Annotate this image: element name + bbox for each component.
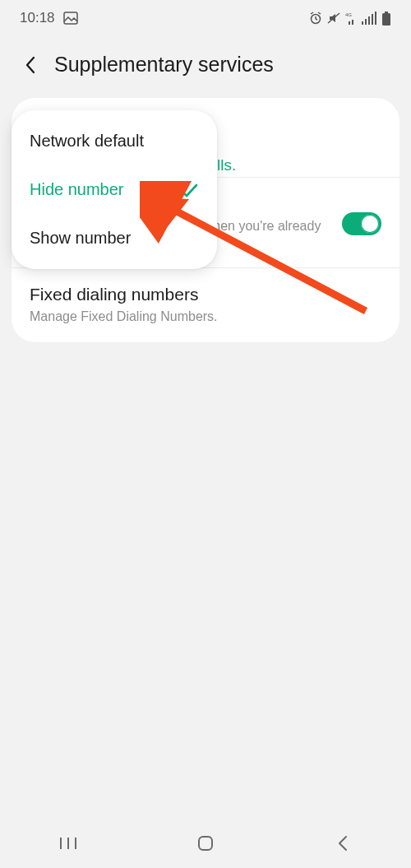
svg-rect-14 bbox=[382, 13, 390, 26]
check-icon bbox=[179, 182, 199, 198]
clock-text: 10:18 bbox=[20, 10, 55, 26]
recents-button[interactable] bbox=[52, 827, 85, 860]
popup-option-label: Show number bbox=[30, 229, 131, 248]
fixed-dialing-item[interactable]: Fixed dialing numbers Manage Fixed Diali… bbox=[12, 267, 399, 341]
network-icon: 4G bbox=[345, 12, 357, 25]
status-bar: 10:18 4G bbox=[0, 0, 411, 31]
svg-text:4G: 4G bbox=[345, 12, 352, 17]
popup-option-show-number[interactable]: Show number bbox=[12, 214, 217, 262]
page-header: Supplementary services bbox=[0, 31, 411, 91]
back-button[interactable] bbox=[21, 56, 39, 74]
alarm-icon bbox=[309, 12, 322, 25]
fixed-dialing-title: Fixed dialing numbers bbox=[30, 285, 381, 304]
caller-id-subtitle-fragment: lls. bbox=[217, 156, 236, 174]
call-waiting-toggle[interactable] bbox=[342, 212, 381, 235]
svg-rect-12 bbox=[375, 12, 376, 25]
svg-rect-13 bbox=[385, 12, 388, 13]
svg-rect-8 bbox=[362, 21, 363, 25]
vibrate-mute-icon bbox=[327, 12, 340, 25]
home-button[interactable] bbox=[189, 827, 222, 860]
svg-rect-11 bbox=[372, 14, 373, 25]
svg-line-5 bbox=[316, 19, 317, 20]
fixed-dialing-subtitle: Manage Fixed Dialing Numbers. bbox=[30, 308, 381, 326]
popup-option-label: Hide number bbox=[30, 180, 124, 199]
svg-rect-9 bbox=[365, 19, 367, 25]
popup-option-label: Network default bbox=[30, 132, 144, 151]
page-title: Supplementary services bbox=[54, 53, 274, 77]
svg-rect-20 bbox=[199, 837, 212, 850]
image-icon bbox=[63, 12, 78, 25]
svg-rect-10 bbox=[368, 16, 370, 25]
back-nav-button[interactable] bbox=[326, 827, 359, 860]
svg-line-2 bbox=[311, 12, 313, 14]
svg-rect-0 bbox=[64, 12, 77, 24]
caller-id-popup: Network default Hide number Show number bbox=[12, 110, 217, 269]
popup-option-hide-number[interactable]: Hide number bbox=[12, 165, 217, 214]
popup-option-network-default[interactable]: Network default bbox=[12, 117, 217, 165]
battery-icon bbox=[381, 12, 391, 26]
svg-line-3 bbox=[318, 12, 321, 14]
android-navbar bbox=[0, 819, 411, 868]
signal-icon bbox=[362, 12, 376, 25]
